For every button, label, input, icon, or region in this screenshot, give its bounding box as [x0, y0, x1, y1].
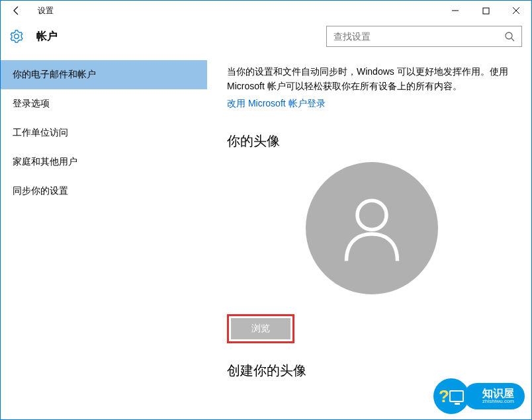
svg-point-4 — [357, 200, 386, 230]
watermark-text: 知识屋 — [482, 388, 514, 399]
avatar-container — [227, 162, 517, 294]
svg-line-3 — [511, 38, 514, 41]
body: 你的电子邮件和帐户 登录选项 工作单位访问 家庭和其他用户 同步你的设置 当你的… — [1, 52, 531, 419]
monitor-icon — [449, 390, 464, 402]
watermark-subtext: zhishiwu.com — [482, 399, 514, 404]
avatar-placeholder — [306, 162, 438, 294]
content-area: 当你的设置和文件自动同步时，Windows 可以更好地发挥作用。使用 Micro… — [207, 52, 531, 419]
avatar-heading: 你的头像 — [227, 132, 517, 150]
search-box[interactable] — [326, 26, 522, 47]
watermark-badge: ? 知识屋 zhishiwu.com — [433, 378, 525, 414]
sync-description: 当你的设置和文件自动同步时，Windows 可以更好地发挥作用。使用 Micro… — [227, 64, 517, 94]
minimize-button[interactable] — [440, 1, 470, 21]
sidebar-item-label: 你的电子邮件和帐户 — [13, 69, 96, 81]
close-button[interactable] — [501, 1, 531, 21]
arrow-left-icon — [11, 5, 22, 16]
sidebar: 你的电子邮件和帐户 登录选项 工作单位访问 家庭和其他用户 同步你的设置 — [1, 52, 207, 419]
svg-rect-1 — [483, 8, 489, 14]
maximize-button[interactable] — [470, 1, 501, 21]
browse-highlight: 浏览 — [227, 314, 294, 343]
browse-button-label: 浏览 — [251, 323, 270, 335]
sidebar-item-email-accounts[interactable]: 你的电子邮件和帐户 — [1, 60, 207, 89]
titlebar: 设置 — [1, 1, 531, 21]
sidebar-item-family-users[interactable]: 家庭和其他用户 — [1, 147, 207, 177]
sidebar-item-label: 家庭和其他用户 — [13, 156, 77, 168]
sidebar-item-signin-options[interactable]: 登录选项 — [1, 89, 207, 118]
question-icon: ? — [439, 386, 449, 407]
search-input[interactable] — [333, 31, 504, 42]
person-icon — [335, 192, 408, 265]
header: 帐户 — [1, 21, 531, 52]
page-title: 帐户 — [36, 30, 58, 44]
sidebar-item-label: 工作单位访问 — [13, 127, 68, 139]
minimize-icon — [451, 7, 459, 15]
browse-button[interactable]: 浏览 — [231, 318, 290, 339]
create-avatar-heading: 创建你的头像 — [227, 362, 517, 380]
sidebar-item-label: 登录选项 — [13, 98, 50, 110]
gear-icon — [10, 30, 23, 43]
watermark-label: 知识屋 zhishiwu.com — [464, 383, 525, 409]
sidebar-item-sync-settings[interactable]: 同步你的设置 — [1, 177, 207, 206]
close-icon — [512, 7, 520, 15]
maximize-icon — [482, 7, 490, 15]
window-title: 设置 — [38, 5, 54, 17]
microsoft-signin-link[interactable]: 改用 Microsoft 帐户登录 — [227, 98, 326, 110]
window-controls — [440, 1, 531, 21]
sidebar-item-work-access[interactable]: 工作单位访问 — [1, 118, 207, 147]
back-button[interactable] — [7, 1, 26, 20]
search-icon — [504, 31, 515, 42]
svg-point-2 — [506, 32, 512, 39]
sidebar-item-label: 同步你的设置 — [13, 185, 68, 197]
watermark-icon-circle: ? — [433, 378, 469, 414]
